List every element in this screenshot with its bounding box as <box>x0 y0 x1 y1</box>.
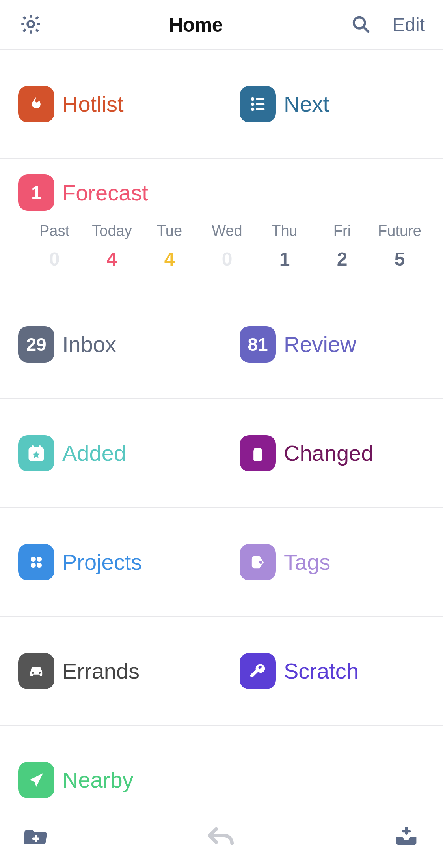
flame-icon <box>18 86 54 122</box>
content: Hotlist Next 1 Forecast Past 0 Today 4 T… <box>0 50 443 805</box>
bottom-toolbar <box>0 805 443 868</box>
day-count: 0 <box>49 248 60 270</box>
forecast-badge: 1 <box>18 174 54 211</box>
tile-label: Nearby <box>62 767 134 793</box>
settings-button[interactable] <box>18 12 43 37</box>
forecast-day-past[interactable]: Past 0 <box>27 223 82 270</box>
svg-point-14 <box>31 563 36 568</box>
svg-point-18 <box>39 672 41 673</box>
tile-label: Scratch <box>284 658 359 684</box>
svg-point-0 <box>28 21 34 27</box>
tile-tags[interactable]: Tags <box>222 508 443 616</box>
svg-point-12 <box>31 556 36 561</box>
day-name: Past <box>39 223 69 239</box>
calendar-star-icon <box>18 435 54 471</box>
tile-scratch[interactable]: Scratch <box>222 617 443 725</box>
tile-label: Projects <box>62 549 142 575</box>
svg-rect-10 <box>32 445 34 449</box>
tile-added[interactable]: Added <box>0 399 222 507</box>
tile-projects[interactable]: Projects <box>0 508 222 616</box>
tile-label: Inbox <box>62 331 116 357</box>
page-title: Home <box>169 13 223 36</box>
day-count: 4 <box>164 248 175 270</box>
list-icon <box>240 86 276 122</box>
forecast-day-thu[interactable]: Thu 1 <box>257 223 312 270</box>
svg-point-7 <box>251 107 255 111</box>
svg-rect-11 <box>39 445 41 449</box>
review-badge-count: 81 <box>248 334 268 355</box>
tile-next[interactable]: Next <box>222 50 443 158</box>
inbox-badge: 29 <box>18 326 54 363</box>
tile-label: Errands <box>62 658 140 684</box>
day-count: 1 <box>279 248 290 270</box>
tile-empty <box>222 726 443 805</box>
tile-label: Changed <box>284 440 373 466</box>
review-badge: 81 <box>240 326 276 363</box>
svg-point-17 <box>32 672 34 673</box>
svg-point-16 <box>259 561 262 564</box>
wrench-icon <box>240 653 276 689</box>
gear-icon <box>19 12 43 37</box>
svg-point-13 <box>37 556 42 561</box>
inbox-plus-icon <box>393 826 419 848</box>
search-icon <box>350 14 371 36</box>
day-count: 5 <box>395 248 405 270</box>
day-name: Future <box>378 223 421 239</box>
tile-label: Added <box>62 440 126 466</box>
tile-nearby[interactable]: Nearby <box>0 726 222 805</box>
toolbar-inbox-button[interactable] <box>393 826 419 848</box>
day-name: Fri <box>333 223 351 239</box>
tile-hotlist[interactable]: Hotlist <box>0 50 222 158</box>
tile-label: Hotlist <box>62 91 124 117</box>
svg-rect-4 <box>256 97 265 100</box>
svg-line-2 <box>364 27 369 32</box>
forecast-day-tue[interactable]: Tue 4 <box>142 223 197 270</box>
tile-changed[interactable]: Changed <box>222 399 443 507</box>
location-arrow-icon <box>18 762 54 798</box>
day-count: 0 <box>222 248 233 270</box>
car-icon <box>18 653 54 689</box>
svg-rect-6 <box>256 103 265 105</box>
forecast-day-wed[interactable]: Wed 0 <box>199 223 255 270</box>
tile-forecast[interactable]: 1 Forecast Past 0 Today 4 Tue 4 Wed 0 Th… <box>0 159 443 290</box>
tile-inbox[interactable]: 29 Inbox <box>0 290 222 398</box>
search-button[interactable] <box>348 12 373 37</box>
tile-label: Forecast <box>62 180 148 206</box>
forecast-strip: Past 0 Today 4 Tue 4 Wed 0 Thu 1 Fri 2 F… <box>18 223 437 270</box>
svg-point-3 <box>251 97 255 101</box>
day-count: 2 <box>337 248 348 270</box>
day-name: Wed <box>212 223 242 239</box>
folder-plus-icon <box>24 826 50 848</box>
cup-icon <box>240 435 276 471</box>
inbox-badge-count: 29 <box>26 334 46 355</box>
svg-rect-8 <box>256 108 265 110</box>
svg-point-5 <box>251 102 255 106</box>
day-name: Tue <box>157 223 182 239</box>
edit-button[interactable]: Edit <box>392 14 425 36</box>
forecast-badge-count: 1 <box>31 182 41 203</box>
svg-point-15 <box>37 563 42 568</box>
svg-point-1 <box>354 17 365 28</box>
forecast-day-fri[interactable]: Fri 2 <box>315 223 370 270</box>
day-name: Thu <box>272 223 297 239</box>
tile-label: Tags <box>284 549 330 575</box>
day-count: 4 <box>107 248 117 270</box>
dots-icon <box>18 544 54 580</box>
tile-review[interactable]: 81 Review <box>222 290 443 398</box>
toolbar-add-folder-button[interactable] <box>24 826 50 848</box>
tile-label: Review <box>284 331 356 357</box>
svg-rect-20 <box>32 837 39 840</box>
tile-label: Next <box>284 91 329 117</box>
toolbar-undo-button[interactable] <box>206 825 237 849</box>
day-name: Today <box>92 223 132 239</box>
undo-icon <box>206 825 237 849</box>
tag-icon <box>240 544 276 580</box>
forecast-day-today[interactable]: Today 4 <box>84 223 140 270</box>
tile-errands[interactable]: Errands <box>0 617 222 725</box>
svg-rect-22 <box>402 830 411 832</box>
header: Home Edit <box>0 0 443 50</box>
forecast-day-future[interactable]: Future 5 <box>372 223 427 270</box>
